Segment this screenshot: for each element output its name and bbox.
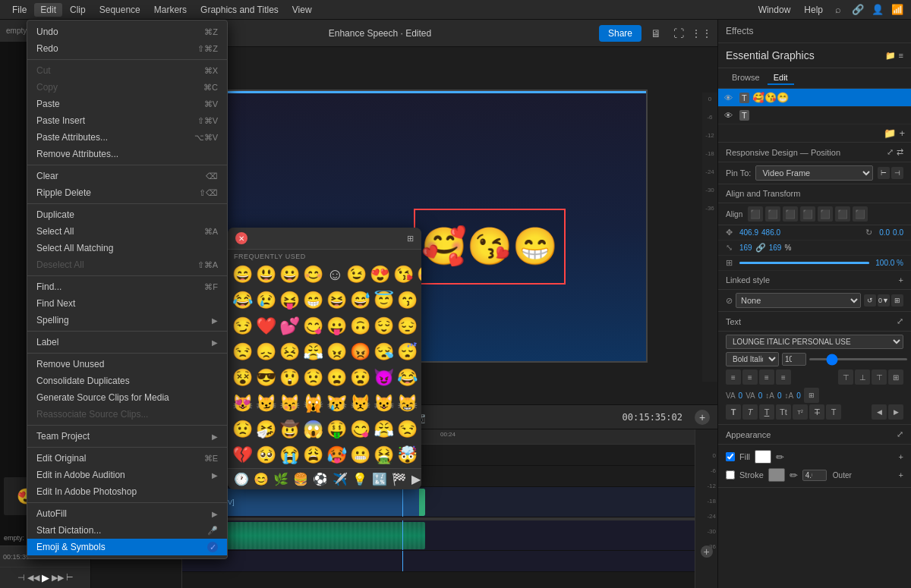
emoji-cell[interactable]: 😟: [301, 366, 325, 389]
emoji-cell[interactable]: 🤠: [278, 418, 301, 441]
italic-btn[interactable]: T: [742, 404, 758, 420]
menu-help[interactable]: Help: [798, 3, 829, 17]
strikethrough-btn[interactable]: T̶: [809, 404, 824, 420]
font-size-input[interactable]: [782, 353, 806, 366]
menu-deselect-all[interactable]: Deselect All ⇧⌘A: [27, 256, 227, 273]
emoji-cell[interactable]: 🤯: [396, 444, 419, 467]
emoji-cell[interactable]: 😝: [278, 289, 301, 312]
fill-eyedropper-icon[interactable]: ✏: [776, 451, 784, 463]
align-right-btn[interactable]: ⬛: [783, 206, 798, 222]
emoji-cell[interactable]: 😒: [231, 341, 254, 363]
scale-slider[interactable]: [739, 262, 869, 264]
align-transform-header[interactable]: Align and Transform: [718, 184, 911, 203]
appearance-options-icon[interactable]: ⤢: [897, 429, 903, 439]
emoji-cell[interactable]: 😘: [392, 263, 415, 286]
pos-x-value[interactable]: 406.9: [739, 228, 758, 237]
menu-graphics[interactable]: Graphics and Titles: [194, 3, 285, 17]
line-height-value[interactable]: 0: [796, 391, 801, 400]
emoji-cell[interactable]: 😢: [419, 418, 421, 441]
text-justify-btn[interactable]: ≡: [776, 369, 791, 385]
tt-btn[interactable]: Tt: [776, 404, 791, 420]
emoji-cell[interactable]: 😺: [372, 392, 396, 415]
emoji-travel-icon[interactable]: ✈️: [333, 472, 348, 486]
ltr-btn[interactable]: ▶: [888, 404, 903, 420]
emoji-cell[interactable]: 😈: [372, 366, 396, 389]
align-top-btn[interactable]: ⬛: [800, 206, 815, 222]
emoji-cell[interactable]: 😇: [372, 289, 396, 312]
emoji-cell[interactable]: 🙃: [348, 315, 372, 338]
menu-edit-original[interactable]: Edit Original ⌘E: [27, 450, 227, 467]
menu-find[interactable]: Find... ⌘F: [27, 278, 227, 295]
emoji-symbol-icon[interactable]: 🔣: [372, 472, 387, 486]
menu-window[interactable]: Window: [752, 3, 797, 17]
emoji-cell[interactable]: 😋: [301, 315, 325, 338]
textmore-btn[interactable]: T: [826, 404, 841, 420]
text-bot-align-btn[interactable]: ⊤: [872, 369, 887, 385]
align-center-btn[interactable]: ⬛: [765, 206, 780, 222]
text-top-align-btn[interactable]: ⊤: [838, 369, 853, 385]
add-marker-btn[interactable]: +: [695, 410, 710, 425]
menu-consolidate-duplicates[interactable]: Consolidate Duplicates: [27, 373, 227, 389]
menu-find-next[interactable]: Find Next: [27, 295, 227, 312]
emoji-cell[interactable]: 😴: [396, 341, 419, 363]
emoji-cell[interactable]: 😤: [301, 341, 325, 363]
emoji-grid-btn[interactable]: ⊞: [407, 234, 414, 244]
emoji-cell[interactable]: 😒: [396, 418, 419, 441]
emoji-cell[interactable]: 😹: [419, 392, 421, 415]
emoji-cell[interactable]: 🤧: [254, 418, 278, 441]
baseline-value[interactable]: 0: [777, 391, 782, 400]
text-align-center-btn[interactable]: ≡: [742, 369, 758, 385]
emoji-cell[interactable]: 🤑: [325, 418, 348, 441]
emoji-cell[interactable]: 😗: [419, 289, 421, 312]
emoji-cell[interactable]: 😔: [396, 315, 419, 338]
menu-remove-unused[interactable]: Remove Unused: [27, 356, 227, 373]
style-select[interactable]: None: [736, 293, 861, 308]
new-layer-icon[interactable]: +: [899, 127, 905, 139]
emoji-cell[interactable]: 😤: [372, 418, 396, 441]
responsive-resize-icon[interactable]: ⤢: [887, 147, 894, 157]
font-select[interactable]: LOUNGE ITALIC PERSONAL USE: [726, 335, 903, 349]
menu-paste-attributes[interactable]: Paste Attributes... ⌥⌘V: [27, 129, 227, 146]
emoji-cell[interactable]: 😙: [396, 289, 419, 312]
emoji-cell[interactable]: 😢: [254, 289, 278, 312]
emoji-cell[interactable]: 😚: [415, 263, 421, 286]
appearance-header[interactable]: Appearance ⤢: [718, 425, 911, 445]
search-icon[interactable]: ⌕: [831, 2, 846, 17]
emoji-cell[interactable]: 😂: [396, 366, 419, 389]
emoji-cell[interactable]: 😍: [368, 263, 392, 286]
scale-value[interactable]: 100.0 %: [875, 259, 903, 267]
menu-paste[interactable]: Paste ⌘V: [27, 96, 227, 112]
emoji-cell[interactable]: 😿: [325, 392, 348, 415]
monitor-icon[interactable]: 🖥: [648, 25, 664, 42]
pin-left-icon[interactable]: ⊢: [878, 167, 890, 179]
emoji-cell[interactable]: 🙀: [301, 392, 325, 415]
text-options-icon[interactable]: ⤢: [897, 316, 903, 326]
emoji-cell[interactable]: 😄: [231, 263, 254, 286]
menu-edit[interactable]: Edit: [34, 3, 62, 17]
emoji-close-btn[interactable]: ✕: [235, 232, 247, 244]
emoji-cell[interactable]: 😡: [348, 341, 372, 363]
emoji-cell[interactable]: 😦: [325, 366, 348, 389]
tab-browse[interactable]: Browse: [726, 71, 766, 85]
emoji-cell[interactable]: 💕: [278, 315, 301, 338]
emoji-cell[interactable]: 😸: [396, 392, 419, 415]
menu-paste-insert[interactable]: Paste Insert ⇧⌘V: [27, 112, 227, 129]
layer-vis-icon-2[interactable]: 👁: [724, 111, 736, 120]
width-value[interactable]: 169: [739, 244, 752, 252]
emoji-cell[interactable]: 😼: [254, 392, 278, 415]
menu-autofill[interactable]: AutoFill ▶: [27, 505, 227, 522]
tracking-value[interactable]: 0: [739, 391, 743, 400]
emoji-flag-icon[interactable]: 🏁: [392, 472, 407, 486]
emoji-cell[interactable]: 😛: [325, 315, 348, 338]
emoji-cell[interactable]: 😭: [278, 444, 301, 467]
kerning-value[interactable]: 0: [758, 391, 763, 400]
layer-vis-icon-1[interactable]: 👁: [724, 93, 736, 102]
underline-btn[interactable]: T: [759, 404, 774, 420]
emoji-cell[interactable]: 🥺: [254, 444, 278, 467]
superscript-btn[interactable]: T²: [793, 404, 808, 420]
menu-edit-audition[interactable]: Edit in Adobe Audition ▶: [27, 467, 227, 483]
emoji-cell[interactable]: 😟: [231, 418, 254, 441]
new-folder-icon[interactable]: 📁: [884, 127, 896, 139]
emoji-cell[interactable]: ☺️: [325, 263, 345, 286]
align-middle-btn[interactable]: ⬛: [818, 206, 833, 222]
